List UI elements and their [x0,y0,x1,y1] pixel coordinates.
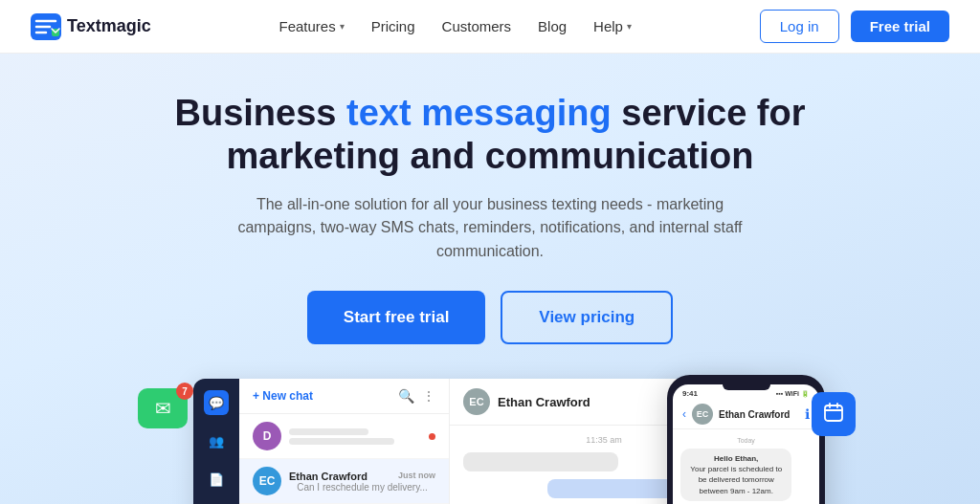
search-icon[interactable]: 🔍 [398,388,414,404]
chat-avatar-ethan: EC [253,467,281,495]
calendar-badge-icon [812,392,856,436]
chat-preview: Can I reschedule my delivery... [289,482,435,493]
battery-icon: 🔋 [801,390,810,398]
hero-section: Business text messaging service for mark… [0,54,980,504]
nav-customers[interactable]: Customers [442,18,512,34]
hero-title-part1: Business [175,93,347,133]
chat-main-contact-name: Ethan Crawford [498,395,590,409]
envelope-icon: ✉ [155,397,171,420]
chat-item-name: Ethan Crawford Just now [289,471,435,482]
phone-header: ‹ EC Ethan Crawford ℹ [673,400,819,429]
phone-back-icon[interactable]: ‹ [682,407,686,421]
skeleton-line [289,438,394,445]
wifi-icon: WiFi [785,390,799,397]
phone-contact-avatar: EC [692,404,713,425]
svg-rect-2 [825,405,842,421]
dashboard-sidebar: 💬 👥 📄 📅 🕐 [193,379,239,504]
chat-item-ethan[interactable]: EC Ethan Crawford Just now Can I resched… [239,459,449,504]
calendar-icon [823,402,844,427]
sidebar-chat-icon: 💬 [204,390,229,415]
nav-links: Features ▾ Pricing Customers Blog Help ▾ [278,18,631,34]
phone-time-today: Today [680,437,812,444]
email-badge-icon: ✉ 7 [138,388,188,428]
phone-msg-body: Your parcel is scheduled to be delivered… [690,465,782,494]
nav-features[interactable]: Features ▾ [278,18,344,34]
login-button[interactable]: Log in [760,10,839,43]
signal-icon: ▪▪▪ [776,390,783,397]
chat-avatar-d: D [253,422,281,450]
phone-msg-hello: Hello Ethan, [714,454,758,463]
hero-title: Business text messaging service for mark… [117,92,863,178]
hero-cta-buttons: Start free trial View pricing [31,291,949,344]
navbar-actions: Log in Free trial [760,10,949,43]
phone-notch [723,384,770,390]
help-chevron-icon: ▾ [627,21,632,32]
features-chevron-icon: ▾ [340,21,345,32]
msg-skeleton-1 [463,452,618,471]
start-trial-button[interactable]: Start free trial [307,291,486,344]
brand-name: Textmagic [67,16,151,36]
more-icon[interactable]: ⋮ [422,388,435,404]
phone-contact-name: Ethan Crawford [719,409,790,420]
chat-list-panel: + New chat 🔍 ⋮ D [239,379,450,504]
logo-area: Textmagic [31,13,151,40]
phone-screen: 9:41 ▪▪▪ WiFi 🔋 ‹ EC Ethan Crawford ℹ [673,384,819,504]
chat-item-skeleton-1: D [239,414,449,459]
sidebar-contacts-icon: 👥 [204,428,229,453]
nav-pricing[interactable]: Pricing [371,18,415,34]
sidebar-templates-icon: 📄 [204,467,229,492]
logo-icon [31,13,61,40]
navbar: Textmagic Features ▾ Pricing Customers B… [0,0,980,54]
phone-bubble-hello: Hello Ethan, Your parcel is scheduled to… [680,449,791,501]
chat-main-avatar: EC [463,388,490,415]
chat-list-header: + New chat 🔍 ⋮ [239,379,449,414]
phone-signal-icons: ▪▪▪ WiFi 🔋 [776,389,810,398]
hero-title-highlight: text messaging [346,93,612,133]
free-trial-nav-button[interactable]: Free trial [851,11,949,42]
new-chat-button[interactable]: + New chat [253,389,313,403]
phone-mockup: 9:41 ▪▪▪ WiFi 🔋 ‹ EC Ethan Crawford ℹ [667,375,825,504]
email-badge-count: 7 [176,383,193,400]
chat-list-actions: 🔍 ⋮ [398,388,435,404]
skeleton-line [289,428,368,435]
phone-time: 9:41 [682,389,698,398]
nav-blog[interactable]: Blog [538,18,567,34]
phone-info-icon[interactable]: ℹ [805,406,810,422]
phone-messages: Today Hello Ethan, Your parcel is schedu… [673,429,819,504]
mockup-area: ✉ 7 💬 👥 📄 📅 🕐 + New chat 🔍 ⋮ [98,379,882,504]
unread-dot [429,433,435,440]
nav-help[interactable]: Help ▾ [593,18,632,34]
view-pricing-button[interactable]: View pricing [501,291,673,344]
skeleton-content [289,426,421,448]
hero-subtitle: The all-in-one solution for all your bus… [222,193,758,264]
chat-item-info: Ethan Crawford Just now Can I reschedule… [289,471,435,493]
